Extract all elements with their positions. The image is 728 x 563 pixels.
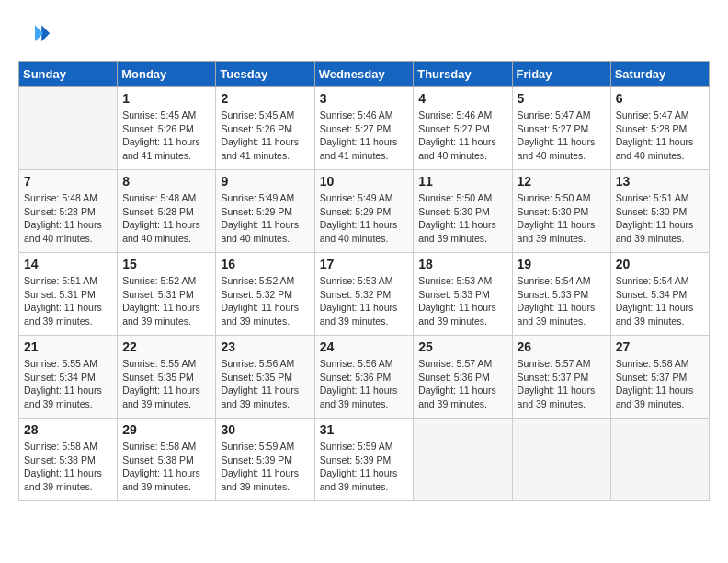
day-info: Sunrise: 5:50 AMSunset: 5:30 PMDaylight:… [518, 191, 606, 246]
day-number: 11 [418, 174, 506, 189]
day-number: 22 [122, 339, 210, 354]
calendar-week-row: 21Sunrise: 5:55 AMSunset: 5:34 PMDayligh… [19, 336, 710, 419]
day-info: Sunrise: 5:58 AMSunset: 5:38 PMDaylight:… [24, 440, 112, 494]
calendar-cell: 11Sunrise: 5:50 AMSunset: 5:30 PMDayligh… [414, 170, 512, 253]
day-number: 21 [24, 339, 112, 354]
day-info: Sunrise: 5:47 AMSunset: 5:27 PMDaylight:… [518, 109, 606, 163]
day-number: 19 [518, 257, 606, 271]
calendar-cell: 26Sunrise: 5:57 AMSunset: 5:37 PMDayligh… [512, 336, 610, 419]
calendar-header-tuesday: Tuesday [216, 62, 314, 87]
day-info: Sunrise: 5:53 AMSunset: 5:33 PMDaylight:… [418, 274, 506, 328]
day-number: 30 [221, 422, 309, 437]
day-info: Sunrise: 5:52 AMSunset: 5:32 PMDaylight:… [221, 274, 309, 328]
calendar-cell: 23Sunrise: 5:56 AMSunset: 5:35 PMDayligh… [216, 336, 314, 419]
day-info: Sunrise: 5:58 AMSunset: 5:37 PMDaylight:… [616, 357, 704, 411]
calendar-cell: 1Sunrise: 5:45 AMSunset: 5:26 PMDaylight… [118, 87, 216, 170]
calendar-cell: 30Sunrise: 5:59 AMSunset: 5:39 PMDayligh… [216, 419, 314, 501]
calendar-cell: 2Sunrise: 5:45 AMSunset: 5:26 PMDaylight… [216, 87, 314, 170]
calendar-week-row: 28Sunrise: 5:58 AMSunset: 5:38 PMDayligh… [19, 419, 710, 501]
calendar-cell: 16Sunrise: 5:52 AMSunset: 5:32 PMDayligh… [216, 253, 314, 336]
day-info: Sunrise: 5:52 AMSunset: 5:31 PMDaylight:… [122, 274, 210, 328]
day-info: Sunrise: 5:51 AMSunset: 5:30 PMDaylight:… [616, 191, 704, 246]
calendar-cell: 7Sunrise: 5:48 AMSunset: 5:28 PMDaylight… [19, 170, 118, 253]
day-info: Sunrise: 5:54 AMSunset: 5:34 PMDaylight:… [616, 274, 704, 328]
calendar-week-row: 7Sunrise: 5:48 AMSunset: 5:28 PMDaylight… [19, 170, 710, 253]
calendar-cell: 19Sunrise: 5:54 AMSunset: 5:33 PMDayligh… [512, 253, 610, 336]
calendar-cell: 4Sunrise: 5:46 AMSunset: 5:27 PMDaylight… [414, 87, 512, 170]
day-number: 20 [616, 257, 704, 271]
calendar-week-row: 1Sunrise: 5:45 AMSunset: 5:26 PMDaylight… [19, 87, 710, 170]
day-number: 10 [320, 174, 409, 189]
day-info: Sunrise: 5:59 AMSunset: 5:39 PMDaylight:… [320, 440, 409, 494]
logo-icon [18, 18, 51, 52]
page-header [18, 18, 710, 52]
calendar-cell [414, 419, 512, 501]
calendar-cell: 5Sunrise: 5:47 AMSunset: 5:27 PMDaylight… [512, 87, 610, 170]
day-number: 7 [24, 174, 112, 189]
day-number: 8 [122, 174, 210, 189]
day-info: Sunrise: 5:56 AMSunset: 5:36 PMDaylight:… [320, 357, 409, 411]
day-info: Sunrise: 5:46 AMSunset: 5:27 PMDaylight:… [418, 109, 506, 163]
day-info: Sunrise: 5:48 AMSunset: 5:28 PMDaylight:… [122, 191, 210, 246]
calendar-cell: 15Sunrise: 5:52 AMSunset: 5:31 PMDayligh… [118, 253, 216, 336]
day-info: Sunrise: 5:47 AMSunset: 5:28 PMDaylight:… [616, 109, 704, 163]
day-number: 26 [518, 339, 606, 354]
calendar-cell: 20Sunrise: 5:54 AMSunset: 5:34 PMDayligh… [610, 253, 709, 336]
calendar-cell: 10Sunrise: 5:49 AMSunset: 5:29 PMDayligh… [314, 170, 414, 253]
day-number: 9 [221, 174, 309, 189]
calendar-cell [610, 419, 709, 501]
day-number: 1 [122, 91, 210, 106]
day-number: 12 [518, 174, 606, 189]
day-number: 4 [418, 91, 506, 106]
calendar-cell: 18Sunrise: 5:53 AMSunset: 5:33 PMDayligh… [414, 253, 512, 336]
day-info: Sunrise: 5:57 AMSunset: 5:36 PMDaylight:… [418, 357, 506, 411]
calendar-table: SundayMondayTuesdayWednesdayThursdayFrid… [18, 61, 710, 501]
calendar-cell: 27Sunrise: 5:58 AMSunset: 5:37 PMDayligh… [610, 336, 709, 419]
calendar-cell: 24Sunrise: 5:56 AMSunset: 5:36 PMDayligh… [314, 336, 414, 419]
calendar-week-row: 14Sunrise: 5:51 AMSunset: 5:31 PMDayligh… [19, 253, 710, 336]
day-number: 17 [320, 257, 409, 271]
logo [18, 18, 57, 52]
day-number: 5 [518, 91, 606, 106]
day-number: 28 [24, 422, 112, 437]
calendar-cell: 8Sunrise: 5:48 AMSunset: 5:28 PMDaylight… [118, 170, 216, 253]
day-number: 23 [221, 339, 309, 354]
day-number: 25 [418, 339, 506, 354]
day-number: 29 [122, 422, 210, 437]
day-info: Sunrise: 5:58 AMSunset: 5:38 PMDaylight:… [122, 440, 210, 494]
calendar-header-row: SundayMondayTuesdayWednesdayThursdayFrid… [19, 62, 710, 87]
day-info: Sunrise: 5:50 AMSunset: 5:30 PMDaylight:… [418, 191, 506, 246]
calendar-cell: 9Sunrise: 5:49 AMSunset: 5:29 PMDaylight… [216, 170, 314, 253]
calendar-header-wednesday: Wednesday [314, 62, 414, 87]
calendar-cell: 29Sunrise: 5:58 AMSunset: 5:38 PMDayligh… [118, 419, 216, 501]
day-info: Sunrise: 5:53 AMSunset: 5:32 PMDaylight:… [320, 274, 409, 328]
calendar-header-monday: Monday [118, 62, 216, 87]
day-info: Sunrise: 5:48 AMSunset: 5:28 PMDaylight:… [24, 191, 112, 246]
calendar-cell: 22Sunrise: 5:55 AMSunset: 5:35 PMDayligh… [118, 336, 216, 419]
day-number: 18 [418, 257, 506, 271]
day-info: Sunrise: 5:45 AMSunset: 5:26 PMDaylight:… [122, 109, 210, 163]
calendar-cell [512, 419, 610, 501]
calendar-cell: 28Sunrise: 5:58 AMSunset: 5:38 PMDayligh… [19, 419, 118, 501]
day-number: 6 [616, 91, 704, 106]
day-number: 15 [122, 257, 210, 271]
day-number: 24 [320, 339, 409, 354]
calendar-header-thursday: Thursday [414, 62, 512, 87]
calendar-cell: 21Sunrise: 5:55 AMSunset: 5:34 PMDayligh… [19, 336, 118, 419]
calendar-cell: 13Sunrise: 5:51 AMSunset: 5:30 PMDayligh… [610, 170, 709, 253]
calendar-header-saturday: Saturday [610, 62, 709, 87]
calendar-cell: 31Sunrise: 5:59 AMSunset: 5:39 PMDayligh… [314, 419, 414, 501]
day-info: Sunrise: 5:55 AMSunset: 5:34 PMDaylight:… [24, 357, 112, 411]
calendar-cell: 12Sunrise: 5:50 AMSunset: 5:30 PMDayligh… [512, 170, 610, 253]
day-number: 13 [616, 174, 704, 189]
calendar-header-sunday: Sunday [19, 62, 118, 87]
day-info: Sunrise: 5:55 AMSunset: 5:35 PMDaylight:… [122, 357, 210, 411]
day-info: Sunrise: 5:51 AMSunset: 5:31 PMDaylight:… [24, 274, 112, 328]
day-number: 31 [320, 422, 409, 437]
day-info: Sunrise: 5:46 AMSunset: 5:27 PMDaylight:… [320, 109, 409, 163]
day-number: 27 [616, 339, 704, 354]
day-info: Sunrise: 5:59 AMSunset: 5:39 PMDaylight:… [221, 440, 309, 494]
calendar-cell [19, 87, 118, 170]
calendar-cell: 25Sunrise: 5:57 AMSunset: 5:36 PMDayligh… [414, 336, 512, 419]
calendar-cell: 6Sunrise: 5:47 AMSunset: 5:28 PMDaylight… [610, 87, 709, 170]
